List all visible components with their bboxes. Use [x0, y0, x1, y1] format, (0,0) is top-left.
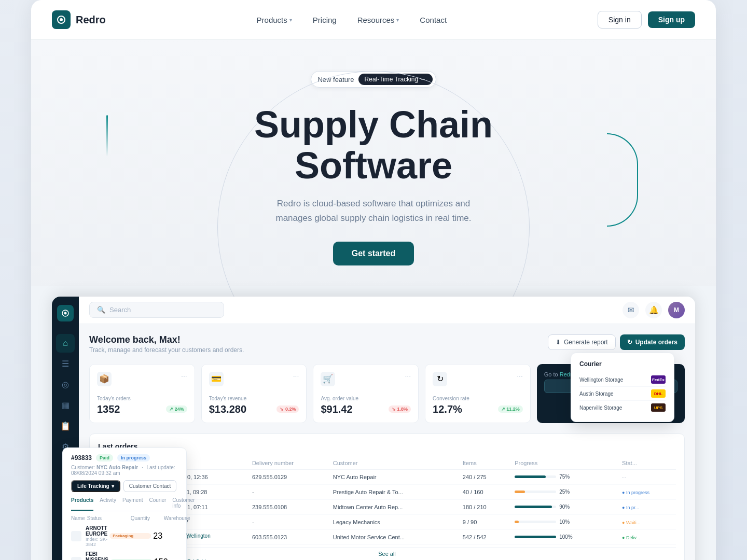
- orders-icon: 📦: [97, 372, 112, 386]
- paid-badge: Paid: [96, 454, 113, 461]
- welcome-sub: Track, manage and forecast your customer…: [89, 346, 244, 354]
- product-row[interactable]: ARNOTT EUROPE Index: SK-3842 Packaging 2…: [71, 523, 178, 549]
- download-icon: ⬇: [556, 339, 561, 346]
- search-icon: 🔍: [97, 306, 105, 314]
- search-placeholder: Search: [109, 306, 131, 314]
- logo-icon: [52, 10, 71, 29]
- product-name: ARNOTT EUROPE: [86, 525, 107, 537]
- revenue-icon: 💳: [209, 372, 224, 386]
- more-options-icon[interactable]: ···: [293, 372, 299, 380]
- dashboard-header: Welcome back, Max! Track, manage and for…: [89, 334, 685, 354]
- product-index: Index: SK-3842: [86, 537, 107, 547]
- hero-title: Supply Chain Software: [52, 104, 695, 186]
- product-table-header: Name Status Quantity Warehouse: [71, 515, 178, 521]
- order-id: #93833: [71, 454, 92, 461]
- product-name: FEBI NISSENS: [86, 551, 108, 560]
- badge-label: New feature: [317, 76, 354, 83]
- stat-card-avg-order: 🛒 ··· Avg. order value $91.42 ↘ 1.8%: [313, 364, 419, 423]
- header-buttons: ⬇ Generate report ↻ Update orders: [548, 334, 685, 350]
- col-customer: Customer: [329, 457, 459, 470]
- tab-activity[interactable]: Activity: [100, 497, 116, 511]
- more-options-icon[interactable]: ···: [517, 372, 523, 380]
- sidebar-home-icon[interactable]: ⌂: [56, 334, 75, 353]
- ups-logo: UPS: [651, 403, 666, 412]
- stat-badge: ↘ 1.8%: [389, 405, 411, 413]
- more-options-icon[interactable]: ···: [181, 372, 187, 380]
- bell-icon[interactable]: 🔔: [645, 302, 662, 318]
- logo[interactable]: Redro: [52, 10, 106, 29]
- conversion-icon: ↻: [433, 372, 447, 386]
- chevron-down-icon: ▾: [396, 17, 399, 23]
- get-started-button[interactable]: Get started: [333, 242, 414, 265]
- courier-row[interactable]: Wellington Storage FedEx: [579, 373, 666, 387]
- stat-card-orders: 📦 ··· Today's orders 1352 ↗ 24%: [89, 364, 195, 423]
- welcome-message: Welcome back, Max!: [89, 334, 244, 345]
- stat-card-conversion: ↻ ··· Conversion rate 12.7% ↗ 11.2%: [425, 364, 531, 423]
- chevron-down-icon: ▾: [112, 483, 114, 489]
- col-status: Stat...: [618, 457, 676, 470]
- generate-report-button[interactable]: ⬇ Generate report: [548, 334, 616, 350]
- stat-badge: ↘ 0.2%: [276, 405, 299, 413]
- col-delivery: Delivery number: [248, 457, 329, 470]
- stat-badge: ↗ 24%: [166, 405, 187, 413]
- floating-order-card: #93833 Paid In progress Customer: NYC Au…: [62, 447, 187, 560]
- fedex-logo: FedEx: [651, 375, 666, 384]
- tab-products[interactable]: Products: [71, 497, 93, 511]
- update-orders-button[interactable]: ↻ Update orders: [620, 334, 685, 350]
- app-topbar: 🔍 Search ✉ 🔔 M: [79, 297, 695, 324]
- sidebar-products-icon[interactable]: ◎: [56, 375, 75, 394]
- col-items: Items: [459, 457, 510, 470]
- tab-customer-info[interactable]: Customer info: [172, 497, 195, 511]
- sidebar-reports-icon[interactable]: 📋: [56, 417, 75, 436]
- more-options-icon[interactable]: ···: [405, 372, 411, 380]
- product-thumbnail: [71, 531, 81, 541]
- logo-text: Redro: [76, 14, 106, 26]
- nav-actions: Sign in Sign up: [598, 11, 695, 29]
- sign-up-button[interactable]: Sign up: [648, 11, 695, 28]
- chevron-down-icon: ▾: [289, 17, 292, 23]
- sidebar-logo: [57, 305, 74, 321]
- mail-icon[interactable]: ✉: [622, 302, 639, 318]
- courier-row[interactable]: Austin Storage DHL: [579, 387, 666, 401]
- sidebar-orders-icon[interactable]: ☰: [56, 355, 75, 373]
- stat-badge: ↗ 11.2%: [498, 405, 523, 413]
- tab-payment[interactable]: Payment: [122, 497, 143, 511]
- order-tabs: Products Activity Payment Courier Custom…: [71, 497, 178, 511]
- life-tracking-button[interactable]: Life Tracking ▾: [71, 480, 120, 492]
- hero-section: New feature Real-Time Tracking → Supply …: [31, 40, 716, 286]
- avg-order-icon: 🛒: [321, 372, 335, 386]
- product-status-badge: Packaging: [109, 533, 151, 539]
- topbar-actions: ✉ 🔔 M: [622, 302, 685, 318]
- product-thumbnail: [71, 557, 81, 560]
- hero-subtitle: Redro is cloud-based software that optim…: [265, 197, 482, 225]
- search-box[interactable]: 🔍 Search: [89, 302, 224, 318]
- tab-courier[interactable]: Courier: [149, 497, 166, 511]
- product-row[interactable]: FEBI NISSENS Index: NIS 60323 Ready 152 …: [71, 549, 178, 560]
- nav-products[interactable]: Products ▾: [257, 16, 292, 24]
- nav-resources[interactable]: Resources ▾: [357, 16, 399, 24]
- nav-pricing[interactable]: Pricing: [313, 16, 337, 24]
- nav-contact[interactable]: Contact: [420, 16, 447, 24]
- status-badge: In progress: [117, 454, 150, 461]
- courier-card: Courier Wellington Storage FedEx Austin …: [571, 353, 674, 422]
- refresh-icon: ↻: [627, 339, 632, 346]
- warehouse-link[interactable]: Wellington: [186, 533, 223, 539]
- badge-cta[interactable]: Real-Time Tracking →: [358, 74, 433, 85]
- col-progress: Progress: [510, 457, 618, 470]
- sidebar-analytics-icon[interactable]: ▦: [56, 396, 75, 415]
- svg-point-1: [60, 18, 63, 21]
- svg-point-3: [64, 312, 67, 314]
- user-avatar[interactable]: M: [668, 302, 685, 318]
- stat-card-revenue: 💳 ··· Today's revenue $13.280 ↘ 0.2%: [201, 364, 307, 423]
- courier-title: Courier: [579, 360, 666, 368]
- sign-in-button[interactable]: Sign in: [598, 11, 642, 29]
- navbar: Redro Products ▾ Pricing Resources ▾ Con…: [31, 0, 716, 40]
- feature-badge: New feature Real-Time Tracking →: [311, 71, 436, 88]
- customer-contact-button[interactable]: Customer Contact: [123, 480, 177, 492]
- nav-links: Products ▾ Pricing Resources ▾ Contact: [257, 16, 447, 24]
- courier-row[interactable]: Naperville Storage UPS: [579, 401, 666, 414]
- dhl-logo: DHL: [651, 389, 666, 398]
